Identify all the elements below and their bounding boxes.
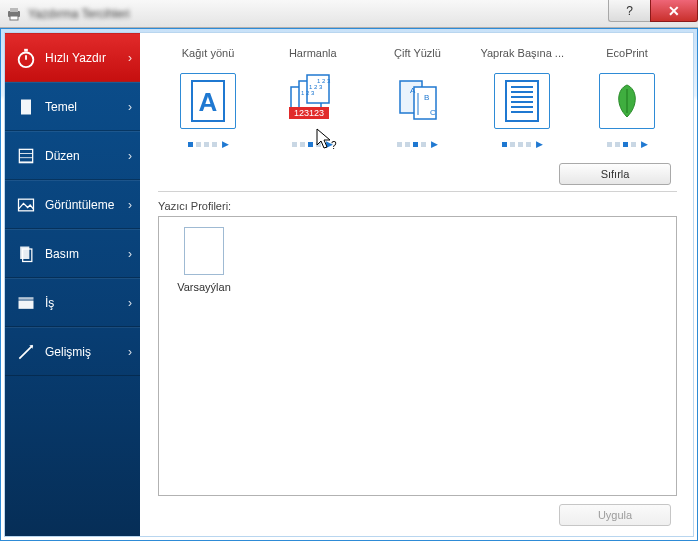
profile-item-default[interactable]: Varsayýlan [169,227,239,293]
option-orientation[interactable]: Kağıt yönü A ▶ [162,47,254,149]
close-button[interactable]: ✕ [650,0,698,22]
duplex-icon: A B C [390,73,446,129]
sidebar-item-job[interactable]: İş › [5,278,140,327]
option-duplex[interactable]: Çift Yüzlü A B C ▶ [372,47,464,149]
pages-per-sheet-icon [494,73,550,129]
sidebar-item-quick-print[interactable]: Hızlı Yazdır › [5,33,140,82]
chevron-right-icon: › [128,345,132,359]
stopwatch-icon [15,47,37,69]
option-dots: ▶ [397,139,438,149]
option-dots: ▶ [188,139,229,149]
document-icon [15,96,37,118]
chevron-right-icon: › [128,100,132,114]
titlebar: Yazdırma Tercihleri ? ✕ [0,0,698,28]
layout-icon [15,145,37,167]
option-label: EcoPrint [606,47,648,65]
option-label: Kağıt yönü [182,47,235,65]
help-button[interactable]: ? [608,0,650,22]
sidebar-item-label: Gelişmiş [45,345,128,359]
profiles-label: Yazıcı Profileri: [158,200,677,212]
job-icon [15,292,37,314]
apply-row: Uygula [158,504,677,526]
sidebar-item-label: İş [45,296,128,310]
sidebar-item-label: Görüntüleme [45,198,128,212]
svg-text:C: C [430,108,436,117]
sidebar-item-label: Basım [45,247,128,261]
divider [158,191,677,192]
option-dots: ▶ [292,139,333,149]
image-icon [15,194,37,216]
svg-text:123123: 123123 [294,108,324,118]
reset-row: Sıfırla [158,163,677,185]
advanced-icon [15,341,37,363]
chevron-right-icon: › [128,296,132,310]
svg-rect-14 [19,300,34,308]
chevron-right-icon: › [128,247,132,261]
option-collate[interactable]: Harmanla 1 2 3 1 2 3 1 2 3 [267,47,359,149]
svg-rect-6 [21,99,31,114]
svg-text:A: A [410,86,416,95]
option-dots: ▶ [607,139,648,149]
printer-icon [6,6,22,22]
window-controls: ? ✕ [608,0,698,22]
sidebar-item-label: Temel [45,100,128,114]
sidebar-item-basic[interactable]: Temel › [5,82,140,131]
profile-name: Varsayýlan [177,281,231,293]
sidebar-item-printing[interactable]: Basım › [5,229,140,278]
pages-icon [15,243,37,265]
apply-button[interactable]: Uygula [559,504,671,526]
svg-rect-7 [19,149,32,162]
chevron-right-icon: › [128,51,132,65]
sidebar-item-imaging[interactable]: Görüntüleme › [5,180,140,229]
svg-rect-5 [24,48,28,51]
svg-rect-2 [10,16,18,20]
option-dots: ▶ [502,139,543,149]
svg-text:B: B [424,93,429,102]
orientation-icon: A [180,73,236,129]
svg-text:1 2 3: 1 2 3 [301,90,315,96]
collate-icon: 1 2 3 1 2 3 1 2 3 123123 [285,73,341,129]
sidebar-item-label: Hızlı Yazdır [45,51,128,65]
svg-rect-1 [10,8,18,12]
sidebar-item-label: Düzen [45,149,128,163]
option-pages-per-sheet[interactable]: Yaprak Başına ... ▶ [476,47,568,149]
sidebar-item-advanced[interactable]: Gelişmiş › [5,327,140,376]
option-label: Harmanla [289,47,337,65]
svg-rect-15 [19,297,34,300]
quick-options-row: Kağıt yönü A ▶ Harmanla [158,47,677,149]
profiles-box[interactable]: Varsayýlan [158,216,677,496]
option-label: Yaprak Başına ... [480,47,564,65]
sidebar-item-layout[interactable]: Düzen › [5,131,140,180]
content-area: Kağıt yönü A ▶ Harmanla [140,33,693,536]
profile-thumb-icon [184,227,224,275]
chevron-right-icon: › [128,149,132,163]
window-frame: Hızlı Yazdır › Temel › Düzen › [0,28,698,541]
option-label: Çift Yüzlü [394,47,441,65]
eco-icon [599,73,655,129]
window-inner: Hızlı Yazdır › Temel › Düzen › [4,32,694,537]
sidebar: Hızlı Yazdır › Temel › Düzen › [5,33,140,536]
reset-button[interactable]: Sıfırla [559,163,671,185]
svg-text:A: A [199,87,218,117]
window-title: Yazdırma Tercihleri [28,7,130,21]
chevron-right-icon: › [128,198,132,212]
option-ecoprint[interactable]: EcoPrint ▶ [581,47,673,149]
